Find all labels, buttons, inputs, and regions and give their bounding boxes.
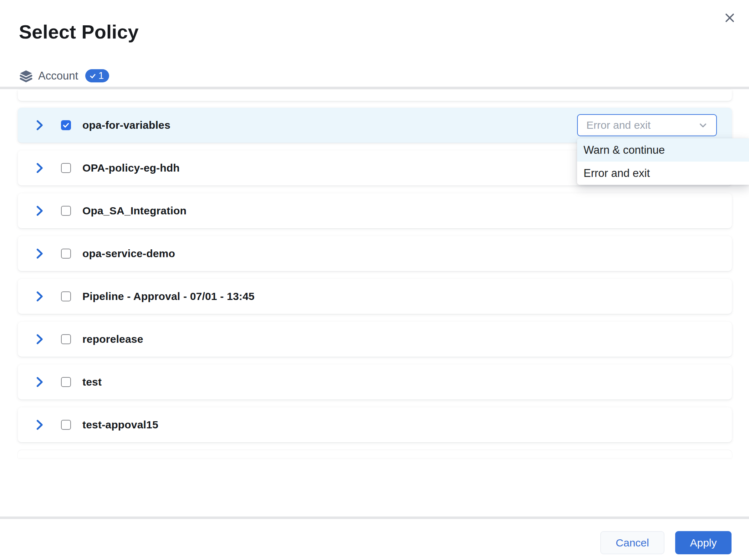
policy-label: Opa_SA_Integration (82, 205, 187, 217)
policy-row[interactable]: Pipeline - Approval - 07/01 - 13:45 (18, 279, 732, 314)
badge-count: 1 (98, 70, 104, 81)
chevron-down-icon (698, 120, 708, 131)
dropdown-menu: Warn & continue Error and exit (577, 138, 749, 185)
policy-checkbox[interactable] (61, 291, 71, 301)
cancel-button[interactable]: Cancel (600, 531, 664, 554)
apply-button[interactable]: Apply (675, 531, 732, 554)
policy-row[interactable]: test (18, 365, 732, 399)
close-icon (724, 12, 735, 23)
dropdown-option[interactable]: Error and exit (577, 162, 749, 185)
tab-divider (0, 87, 749, 89)
tab-label: Account (38, 70, 78, 82)
expand-chevron-icon[interactable] (34, 290, 45, 302)
expand-chevron-icon[interactable] (34, 376, 45, 388)
expand-chevron-icon[interactable] (34, 248, 45, 260)
policy-row[interactable]: reporelease (18, 322, 732, 357)
policy-action-select[interactable]: Error and exit (577, 114, 717, 136)
policy-label: opa-service-demo (82, 248, 175, 260)
policy-label: Pipeline - Approval - 07/01 - 13:45 (82, 290, 255, 302)
policy-label: test-appoval15 (82, 419, 158, 431)
tab-account[interactable]: Account 1 (19, 65, 109, 87)
policy-label: opa-for-variables (82, 119, 170, 131)
policy-row-partial-bottom (18, 450, 732, 458)
expand-chevron-icon[interactable] (34, 419, 45, 431)
policy-checkbox[interactable] (61, 120, 71, 130)
policy-row[interactable]: opa-service-demo (18, 236, 732, 271)
check-icon (89, 72, 96, 80)
policy-checkbox[interactable] (61, 249, 71, 259)
policy-checkbox[interactable] (61, 206, 71, 216)
policy-label: OPA-policy-eg-hdh (82, 162, 180, 174)
footer-divider (0, 516, 749, 519)
select-policy-dialog: Select Policy Account 1 (0, 0, 749, 560)
dialog-title: Select Policy (19, 21, 139, 43)
close-button[interactable] (720, 8, 740, 28)
policy-checkbox[interactable] (61, 334, 71, 344)
dropdown-option[interactable]: Warn & continue (577, 138, 749, 162)
policy-checkbox[interactable] (61, 377, 71, 387)
selected-count-badge: 1 (85, 69, 109, 82)
check-icon (62, 122, 70, 129)
expand-chevron-icon[interactable] (34, 119, 45, 131)
expand-chevron-icon[interactable] (34, 162, 45, 174)
policy-label: test (82, 376, 102, 388)
policy-row[interactable]: Opa_SA_Integration (18, 193, 732, 228)
policy-action-value: Error and exit (586, 119, 651, 131)
layers-icon (19, 69, 33, 83)
expand-chevron-icon[interactable] (34, 333, 45, 345)
policy-row[interactable]: opa-for-variables Error and exit (18, 108, 732, 143)
policy-label: reporelease (82, 333, 143, 345)
expand-chevron-icon[interactable] (34, 205, 45, 217)
dropdown-option-label: Error and exit (584, 167, 650, 180)
policy-checkbox[interactable] (61, 163, 71, 173)
dropdown-option-label: Warn & continue (584, 144, 665, 157)
policy-row-partial-top (18, 90, 732, 101)
policy-checkbox[interactable] (61, 420, 71, 430)
policy-row[interactable]: test-appoval15 (18, 407, 732, 442)
